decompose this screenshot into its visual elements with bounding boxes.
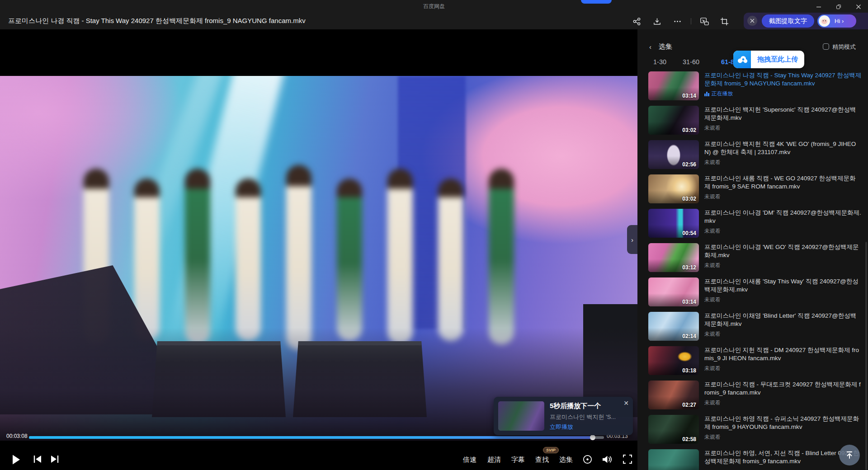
restore-button[interactable]	[831, 2, 846, 12]
episode-status-text: 未观看	[704, 262, 721, 269]
speed-button[interactable]: 倍速	[463, 456, 476, 464]
current-time: 00:03:08	[6, 433, 28, 439]
episode-status-text: 未观看	[704, 330, 721, 338]
sidebar-collapse-button[interactable]: ›	[627, 225, 637, 254]
assistant-label: Hi ›	[835, 18, 844, 24]
playlist-item[interactable]: 02:56 프로미스나인 백지헌 직캠 4K 'WE GO' (fromis_9…	[648, 140, 866, 169]
episode-duration: 02:58	[682, 436, 696, 442]
episode-title[interactable]: 프로미스나인 지헌 직캠 - DM 240927 한성백제문화제 fromis_…	[704, 346, 862, 362]
volume-button[interactable]	[601, 454, 613, 466]
screenshot-crop-button[interactable]	[719, 16, 730, 27]
scroll-to-top-button[interactable]	[839, 445, 860, 465]
episode-title[interactable]: 프로미스나인 이새롬 'Stay This Way' 직캠 240927@한성백…	[704, 277, 862, 293]
sidebar-scrollbar[interactable]	[865, 242, 867, 470]
playlist-item[interactable]: 02:58 프로미스나인 하영 직캠 - 슈퍼소닉 240927 한성백제문화제…	[648, 415, 866, 444]
playlist-item[interactable]: 03:02 프로미스나인 백지헌 'Supersonic' 직캠 240927@…	[648, 106, 866, 135]
tab-episodes-31-60[interactable]: 31-60	[683, 58, 699, 66]
episode-status: 未观看	[704, 262, 862, 269]
playlist-item[interactable]: 00:54 프로미스나인 이나경 'DM' 직캠 240927@한성백제문화제.…	[648, 209, 866, 238]
app-name: 百度网盘	[423, 3, 445, 10]
episode-status-text: 未观看	[704, 399, 721, 407]
episode-title[interactable]: 프로미스나인 직캠 - 무대토크컷 240927 한성백제문화제 fromis_…	[704, 381, 862, 396]
episode-thumbnail[interactable]	[648, 449, 699, 470]
playlist-item[interactable]: 03:18 프로미스나인 지헌 직캠 - DM 240927 한성백제문화제 f…	[648, 346, 866, 375]
playlist-item[interactable]: 02:27 프로미스나인 직캠 - 무대토크컷 240927 한성백제문화제 f…	[648, 381, 866, 409]
player-controls: 倍速 超清 字幕 查找 SVIP 选集	[0, 450, 637, 470]
episode-title[interactable]: 프로미스나인 백지헌 'Supersonic' 직캠 240927@한성백제문화…	[704, 106, 862, 122]
download-button[interactable]	[651, 16, 662, 27]
restore-icon	[836, 4, 841, 9]
progress-handle[interactable]	[590, 435, 595, 440]
episode-duration: 03:12	[682, 264, 696, 271]
next-video-thumbnail[interactable]	[498, 401, 544, 431]
episode-info: 프로미스나인 새롬 직캠 - WE GO 240927 한성백제문화제 from…	[704, 174, 862, 203]
episode-status: 未观看	[704, 124, 862, 132]
subtitle-button[interactable]: 字幕	[511, 456, 525, 464]
episode-title[interactable]: 프로미스나인 새롬 직캠 - WE GO 240927 한성백제문화제 from…	[704, 174, 862, 190]
episode-thumbnail[interactable]: 03:14	[648, 277, 699, 306]
minimize-button[interactable]	[811, 2, 826, 12]
episode-thumbnail[interactable]: 03:12	[648, 243, 699, 272]
play-now-link[interactable]: 立即播放	[550, 423, 573, 431]
episode-thumbnail[interactable]: 02:27	[648, 381, 699, 409]
picture-in-picture-button[interactable]	[699, 16, 710, 27]
episodes-button[interactable]: 选集	[559, 456, 573, 464]
close-button[interactable]	[851, 2, 866, 12]
ocr-screenshot-button[interactable]: 截图提取文字	[762, 14, 814, 28]
episode-thumbnail[interactable]: 02:14	[648, 312, 699, 341]
episode-info: 프로미스나인 직캠 - 무대토크컷 240927 한성백제문화제 fromis_…	[704, 381, 862, 409]
fullscreen-button[interactable]	[623, 454, 632, 466]
episode-title[interactable]: 프로미스나인 이채영 'Blind Letter' 직캠 240927@한성백제…	[704, 312, 862, 328]
playlist-item[interactable]: 03:02 프로미스나인 새롬 직캠 - WE GO 240927 한성백제문화…	[648, 174, 866, 203]
simple-mode-checkbox[interactable]	[823, 43, 829, 50]
episode-status: 未观看	[704, 296, 862, 304]
next-video-popup: 5秒后播放下一个 프로미스나인 백지헌 'S... 立即播放 ✕	[494, 397, 633, 435]
episode-title[interactable]: 프로미스나인 이나경 'WE GO' 직캠 240927@한성백제문화제.mkv	[704, 243, 862, 259]
episode-info: 프로미스나인 백지헌 'Supersonic' 직캠 240927@한성백제문화…	[704, 106, 862, 135]
episode-title[interactable]: 프로미스나인 나경 직캠 - Stay This Way 240927 한성백제…	[704, 71, 862, 87]
episode-title[interactable]: 프로미스나인 하영 직캠 - 슈퍼소닉 240927 한성백제문화제 fromi…	[704, 415, 862, 431]
more-button[interactable]	[672, 16, 683, 27]
episode-status-text: 未观看	[704, 296, 721, 304]
playlist-item[interactable]: 02:14 프로미스나인 이채영 'Blind Letter' 직캠 24092…	[648, 312, 866, 341]
assistant-button[interactable]: Hi ›	[817, 14, 856, 28]
panel-close-button[interactable]	[747, 16, 757, 26]
tab-episodes-61[interactable]: 61-8	[721, 58, 734, 66]
playlist-item[interactable]: 프로미스나인 하영, 서연, 지선 직캠 - Blind Letter 0927…	[648, 449, 866, 470]
previous-button[interactable]	[33, 454, 42, 466]
episode-status: 未观看	[704, 159, 862, 166]
play-button[interactable]	[12, 454, 21, 467]
next-button[interactable]	[50, 454, 60, 466]
episode-title[interactable]: 프로미스나인 하영, 서연, 지선 직캠 - Blind Letter 0927…	[704, 449, 862, 465]
episode-status: 未观看	[704, 330, 862, 338]
episode-title[interactable]: 프로미스나인 백지헌 직캠 4K 'WE GO' (fromis_9 JIHEO…	[704, 140, 862, 156]
episode-status: 正在播放	[704, 90, 862, 98]
video-player-area[interactable]: › 5秒后播放下一个 프로미스나인 백지헌 'S... 立即播放 ✕ 00:03…	[0, 29, 637, 470]
episode-duration: 03:02	[682, 127, 696, 133]
back-chevron-icon[interactable]: ‹	[649, 43, 651, 51]
share-button[interactable]	[631, 16, 642, 27]
netdisk-logo	[733, 51, 751, 68]
episode-thumbnail[interactable]: 02:58	[648, 415, 699, 444]
episode-thumbnail[interactable]: 03:14	[648, 71, 699, 100]
episode-duration: 02:14	[682, 333, 696, 339]
episode-thumbnail[interactable]: 00:54	[648, 209, 699, 238]
tab-episodes-1-30[interactable]: 1-30	[653, 58, 666, 66]
playlist-item[interactable]: 03:12 프로미스나인 이나경 'WE GO' 직캠 240927@한성백제문…	[648, 243, 866, 272]
search-button[interactable]: 查找	[535, 456, 549, 464]
playlist-item[interactable]: 03:14 프로미스나인 이새롬 'Stay This Way' 직캠 2409…	[648, 277, 866, 306]
episode-thumbnail[interactable]: 03:02	[648, 174, 699, 203]
assistant-panel: 截图提取文字 Hi ›	[744, 13, 868, 29]
progress-bar[interactable]	[29, 436, 604, 439]
episode-title[interactable]: 프로미스나인 이나경 'DM' 직캠 240927@한성백제문화제.mkv	[704, 209, 862, 225]
playlist-item[interactable]: 03:14 프로미스나인 나경 직캠 - Stay This Way 24092…	[648, 71, 866, 100]
episode-thumbnail[interactable]: 03:18	[648, 346, 699, 375]
panel-close-icon	[750, 19, 755, 23]
drag-upload-tooltip: 拖拽至此上传	[733, 51, 804, 68]
hidden-toolbar-peek[interactable]	[581, 0, 612, 4]
quality-button[interactable]: 超清	[487, 456, 501, 464]
episode-thumbnail[interactable]: 02:56	[648, 140, 699, 169]
episode-thumbnail[interactable]: 03:02	[648, 106, 699, 135]
settings-button[interactable]	[582, 454, 593, 466]
popup-close-button[interactable]: ✕	[623, 400, 629, 407]
